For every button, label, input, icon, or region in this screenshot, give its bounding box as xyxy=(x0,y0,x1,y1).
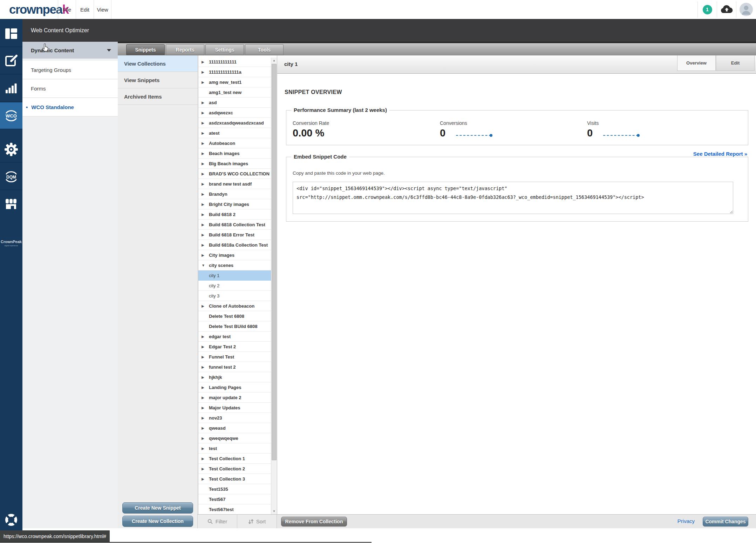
view-tab[interactable]: Edit xyxy=(716,55,755,71)
tree-item[interactable]: brand new test asdf xyxy=(198,179,271,189)
privacy-link[interactable]: Privacy xyxy=(677,518,695,524)
tree-item[interactable]: Build 6818 Error Test xyxy=(198,230,271,240)
cloud-upload-icon[interactable] xyxy=(717,1,736,18)
remove-from-collection-button[interactable]: Remove From Collection xyxy=(281,517,347,527)
expand-arrow-icon[interactable] xyxy=(202,80,206,84)
tree-item[interactable]: Edgar Test 2 xyxy=(198,342,271,352)
menu-item[interactable]: Edit xyxy=(76,0,94,19)
expand-arrow-icon[interactable] xyxy=(202,182,206,186)
tree-item[interactable]: Build 6818 Collection Test xyxy=(198,220,271,230)
tree-item[interactable]: 111111111111 xyxy=(198,57,271,67)
expand-arrow-icon[interactable] xyxy=(202,111,206,115)
expand-arrow-icon[interactable] xyxy=(202,304,206,308)
tree-item[interactable]: city 2 xyxy=(198,281,271,291)
tree-item[interactable]: Beach images xyxy=(198,148,271,159)
tab[interactable]: Snippets xyxy=(126,44,165,55)
tree-item[interactable]: Test567test xyxy=(198,504,271,514)
expand-arrow-icon[interactable] xyxy=(202,477,206,481)
tree-item[interactable]: asd xyxy=(198,98,271,108)
tab[interactable]: Reports xyxy=(166,44,204,55)
see-detailed-report-link[interactable]: See Detailed Report » xyxy=(693,151,747,157)
tree-item[interactable]: edgar test xyxy=(198,331,271,342)
tree-item[interactable]: Autobeacon xyxy=(198,138,271,148)
expand-arrow-icon[interactable] xyxy=(202,202,206,206)
expand-arrow-icon[interactable] xyxy=(202,213,206,216)
tree-item[interactable]: Build 6818 2 xyxy=(198,209,271,220)
tree-item[interactable]: Test Collection 2 xyxy=(198,464,271,474)
expand-arrow-icon[interactable] xyxy=(202,447,206,450)
expand-arrow-icon[interactable] xyxy=(202,223,206,227)
tree-item[interactable]: Bright City images xyxy=(198,199,271,209)
filter-button[interactable]: Filter xyxy=(197,515,237,528)
expand-arrow-icon[interactable] xyxy=(202,396,206,400)
tree-item[interactable]: amg new_test1 xyxy=(198,77,271,87)
tab[interactable]: Settings xyxy=(205,44,244,55)
library-menu-item[interactable]: Archived Items xyxy=(118,88,198,105)
tree-item[interactable]: City images xyxy=(198,250,271,260)
dynamic-content-dropdown[interactable]: Dynamic Content xyxy=(22,42,118,59)
library-menu-item[interactable]: View Collections xyxy=(118,55,198,72)
tree-item[interactable]: Build 6818a Collection Test xyxy=(198,240,271,250)
expand-arrow-icon[interactable] xyxy=(202,243,206,247)
sort-button[interactable]: Sort xyxy=(237,515,277,528)
dqm-icon[interactable]: DQM xyxy=(0,163,22,190)
dashboard-icon[interactable] xyxy=(0,20,22,47)
left-nav-item[interactable]: • Forms xyxy=(22,79,118,98)
expand-arrow-icon[interactable] xyxy=(202,426,206,430)
tree-item[interactable]: Test Collection 1 xyxy=(198,454,271,464)
tree-item[interactable]: qweqwqeqwe xyxy=(198,433,271,443)
expand-arrow-icon[interactable] xyxy=(202,253,206,257)
tree-item[interactable]: hjkhjk xyxy=(198,372,271,382)
expand-arrow-icon[interactable] xyxy=(202,345,206,349)
tree-item[interactable]: Clone of Autobeacon xyxy=(198,301,271,311)
tree-item[interactable]: major update 2 xyxy=(198,393,271,403)
scroll-down-arrow[interactable]: ▼ xyxy=(271,508,277,514)
tree-item[interactable]: qweasd xyxy=(198,423,271,433)
settings-gear-icon[interactable] xyxy=(0,136,22,163)
tree-scrollbar[interactable]: ▲ ▼ xyxy=(271,58,277,514)
expand-arrow-icon[interactable] xyxy=(202,192,206,196)
tree-item[interactable]: city scenes xyxy=(198,260,271,270)
embed-code-textarea[interactable]: <div id="snippet_1563469144539"></div><s… xyxy=(293,182,733,214)
tree-item[interactable]: test xyxy=(198,443,271,454)
tree-item[interactable]: Delete Test BUild 6808 xyxy=(198,321,271,331)
expand-arrow-icon[interactable] xyxy=(202,416,206,420)
create-new-collection-button[interactable]: Create New Collection xyxy=(122,516,193,527)
tree-item[interactable]: asdqwezxc xyxy=(198,108,271,118)
tree-item[interactable]: Brandyn xyxy=(198,189,271,199)
help-ring-icon[interactable] xyxy=(0,507,22,533)
tree-item[interactable]: Test1535 xyxy=(198,484,271,494)
expand-arrow-icon[interactable] xyxy=(202,335,206,338)
tree-item[interactable]: BIg Beach images xyxy=(198,159,271,169)
compose-icon[interactable] xyxy=(0,48,22,74)
left-nav-item[interactable]: • WCO Standalone xyxy=(22,98,118,116)
expand-arrow-icon[interactable] xyxy=(202,172,206,176)
expand-arrow-icon[interactable] xyxy=(202,375,206,379)
expand-arrow-icon[interactable] xyxy=(202,162,206,166)
library-menu-item[interactable]: View Snippets xyxy=(118,72,198,88)
tab[interactable]: Tools xyxy=(245,44,284,55)
expand-arrow-icon[interactable] xyxy=(202,121,206,125)
tree-item[interactable]: asdzxcasdqweasdzxcasd xyxy=(198,118,271,128)
analytics-icon[interactable] xyxy=(0,75,22,102)
tree-item[interactable]: BRAD'S WCO COLLECTION xyxy=(198,169,271,179)
tree-item[interactable]: atest xyxy=(198,128,271,138)
tree-item[interactable]: Test567 xyxy=(198,494,271,504)
tree-item[interactable]: city 1 xyxy=(198,270,271,281)
tree-item[interactable]: Test Collection 3 xyxy=(198,474,271,484)
expand-arrow-icon[interactable] xyxy=(202,233,206,237)
expand-arrow-icon[interactable] xyxy=(202,131,206,135)
tree-item[interactable]: funnel test 2 xyxy=(198,362,271,372)
tree-item[interactable]: Major Updates xyxy=(198,403,271,413)
tree-item[interactable]: 1111111111111a xyxy=(198,67,271,77)
expand-arrow-icon[interactable] xyxy=(202,152,206,155)
user-avatar[interactable] xyxy=(736,1,756,18)
commit-changes-button[interactable]: Commit Changes xyxy=(703,517,748,527)
scroll-thumb[interactable] xyxy=(272,64,277,460)
expand-arrow-icon[interactable] xyxy=(202,263,206,267)
expand-arrow-icon[interactable] xyxy=(202,467,206,471)
tree-item[interactable]: Funnel Test xyxy=(198,352,271,362)
tree-item[interactable]: Landing Pages xyxy=(198,382,271,393)
expand-arrow-icon[interactable] xyxy=(202,457,206,461)
expand-arrow-icon[interactable] xyxy=(202,436,206,440)
